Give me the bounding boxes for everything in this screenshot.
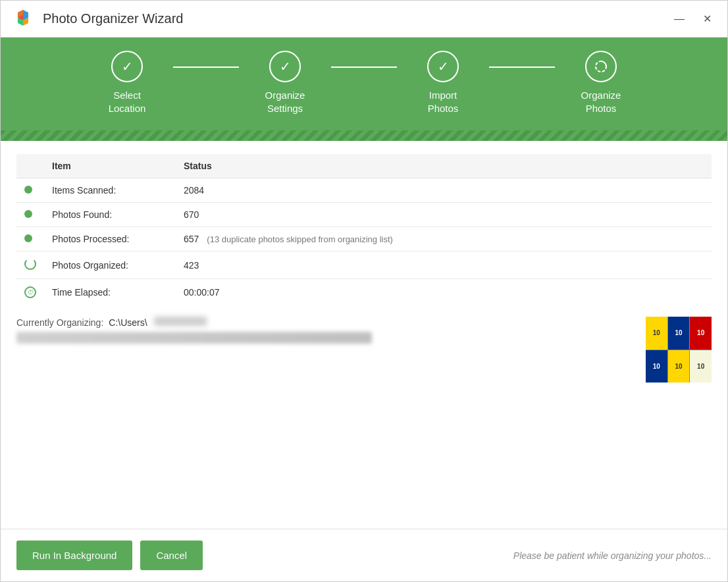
row-value: 2084: [176, 178, 712, 203]
step-label-4: OrganizePhotos: [581, 89, 621, 115]
organizing-path-full: [16, 332, 372, 344]
footer: Run In Background Cancel Please be patie…: [1, 529, 727, 581]
jersey-1: 10: [646, 317, 667, 350]
table-row: ⏱Time Elapsed:00:00:07: [16, 279, 712, 305]
wizard-header: ✓ SelectLocation ✓ OrganizeSettings ✓ Im…: [1, 38, 727, 130]
step-label-2: OrganizeSettings: [265, 89, 305, 115]
title-bar: Photo Organizer Wizard — ✕: [1, 1, 727, 38]
window-controls: — ✕: [669, 11, 717, 27]
row-label: Photos Organized:: [44, 251, 176, 279]
jersey-5: 10: [668, 350, 690, 383]
row-value: 423: [176, 251, 712, 279]
minimize-button[interactable]: —: [669, 11, 690, 27]
step-circle-4: [585, 51, 617, 82]
row-value-text: 2084: [184, 185, 204, 196]
row-value-text: 00:00:07: [184, 287, 220, 298]
main-content: Item Status Items Scanned:2084Photos Fou…: [1, 141, 727, 529]
row-value: 00:00:07: [176, 279, 712, 305]
jersey-2: 10: [668, 317, 690, 350]
step-organize-settings: ✓ OrganizeSettings: [239, 51, 331, 115]
row-value-text: 657: [184, 234, 199, 244]
step-circle-1: ✓: [111, 51, 143, 82]
close-button[interactable]: ✕: [698, 11, 717, 27]
status-dot-icon: [24, 186, 32, 194]
row-label: Time Elapsed:: [44, 279, 176, 305]
spinner-icon: [24, 258, 36, 270]
app-logo: [11, 7, 35, 31]
col-icon: [16, 154, 44, 178]
step-connector-1: [173, 66, 239, 68]
organizing-label-row: Currently Organizing: C:\Users\: [16, 317, 635, 328]
row-icon: [16, 178, 44, 203]
table-row: Items Scanned:2084: [16, 178, 712, 203]
row-icon: [16, 227, 44, 251]
row-icon: [16, 251, 44, 279]
wizard-header-decoration: [1, 130, 727, 141]
table-row: Photos Found:670: [16, 203, 712, 227]
status-dot-icon: [24, 234, 32, 242]
step-label-1: SelectLocation: [109, 89, 146, 115]
preview-thumbnail: 10 10 10 10 10 10: [646, 317, 712, 383]
app-window: Photo Organizer Wizard — ✕ ✓ SelectLocat…: [0, 0, 728, 582]
timer-icon: ⏱: [24, 286, 36, 298]
currently-organizing: Currently Organizing: C:\Users\ 10 10 10…: [16, 317, 712, 383]
step-circle-3: ✓: [427, 51, 459, 82]
step-connector-2: [331, 66, 397, 68]
jersey-3: 10: [690, 317, 712, 350]
wizard-steps: ✓ SelectLocation ✓ OrganizeSettings ✓ Im…: [1, 51, 727, 115]
col-status: Status: [176, 154, 712, 178]
row-value-text: 423: [184, 260, 199, 271]
cancel-button[interactable]: Cancel: [140, 541, 203, 570]
row-note-text: (13 duplicate photos skipped from organi…: [207, 234, 393, 244]
step-connector-3: [489, 66, 555, 68]
footer-message: Please be patient while organizing your …: [211, 550, 712, 561]
row-label: Items Scanned:: [44, 178, 176, 203]
row-icon: [16, 203, 44, 227]
run-background-button[interactable]: Run In Background: [16, 541, 132, 570]
row-icon: ⏱: [16, 279, 44, 305]
organizing-left: Currently Organizing: C:\Users\: [16, 317, 635, 344]
organizing-path-blurred: [154, 317, 207, 326]
step-circle-2: ✓: [269, 51, 301, 82]
col-item: Item: [44, 154, 176, 178]
table-row: Photos Processed:657(13 duplicate photos…: [16, 227, 712, 251]
row-label: Photos Found:: [44, 203, 176, 227]
app-title: Photo Organizer Wizard: [43, 11, 669, 26]
organizing-label: Currently Organizing:: [16, 317, 103, 328]
table-row: Photos Organized:423: [16, 251, 712, 279]
step-label-3: ImportPhotos: [428, 89, 459, 115]
status-table: Item Status Items Scanned:2084Photos Fou…: [16, 154, 712, 305]
organizing-path: C:\Users\: [109, 317, 147, 328]
step-select-location: ✓ SelectLocation: [81, 51, 173, 115]
row-value: 670: [176, 203, 712, 227]
step-import-photos: ✓ ImportPhotos: [397, 51, 489, 115]
jersey-6: 10: [690, 350, 712, 383]
row-label: Photos Processed:: [44, 227, 176, 251]
step-organize-photos: OrganizePhotos: [555, 51, 647, 115]
jersey-4: 10: [646, 350, 667, 383]
status-dot-icon: [24, 210, 32, 218]
row-value-text: 670: [184, 209, 199, 220]
row-value: 657(13 duplicate photos skipped from org…: [176, 227, 712, 251]
